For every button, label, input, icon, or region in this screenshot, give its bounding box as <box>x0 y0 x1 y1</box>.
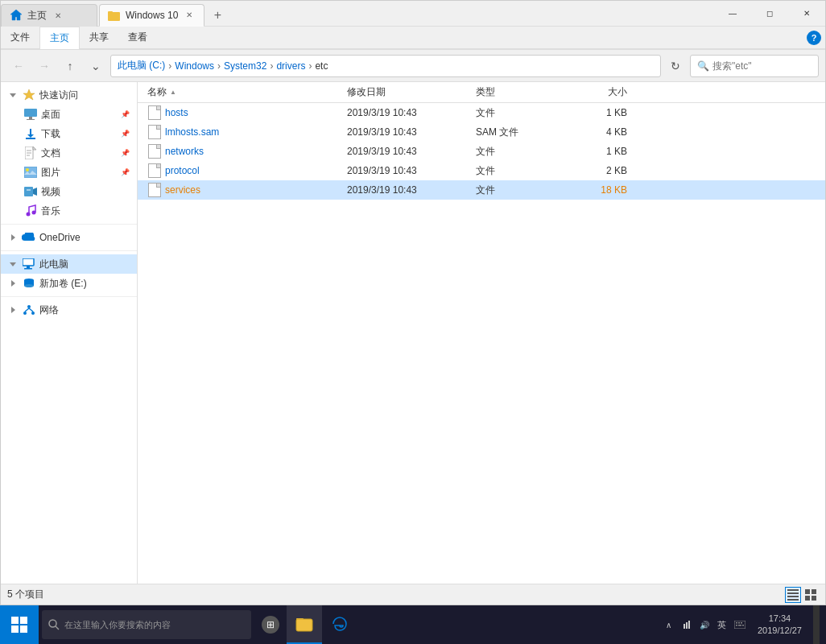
pictures-icon <box>23 165 38 180</box>
expand-quick-access-icon <box>7 89 19 101</box>
svg-rect-12 <box>24 167 37 178</box>
status-bar: 5 个项目 <box>1 584 825 605</box>
up-button[interactable]: ↑ <box>59 55 81 77</box>
taskbar-search-box[interactable]: 在这里输入你要搜索的内容 <box>42 610 251 639</box>
svg-point-27 <box>31 312 35 315</box>
start-button[interactable] <box>0 605 39 644</box>
sidebar-divider-3 <box>1 296 137 297</box>
file-name-cell: services <box>165 184 347 196</box>
tab-home-close[interactable]: ✕ <box>52 9 64 22</box>
file-icon <box>147 163 162 178</box>
forward-button[interactable]: → <box>33 55 56 77</box>
sidebar-item-onedrive[interactable]: OneDrive <box>1 228 137 247</box>
address-bar-area: ← → ↑ ⌄ 此电脑 (C:) › Windows › System32 › … <box>1 50 825 82</box>
sidebar-item-network[interactable]: 网络 <box>1 300 137 320</box>
system-clock[interactable]: 17:34 2019/12/27 <box>751 613 808 638</box>
back-button[interactable]: ← <box>7 55 30 77</box>
svg-rect-40 <box>11 625 19 633</box>
svg-rect-54 <box>736 625 737 626</box>
crumb-system32[interactable]: System32 <box>224 60 266 72</box>
table-row[interactable]: networks 2019/3/19 10:43 文件 1 KB <box>138 142 825 161</box>
view-details-button[interactable] <box>785 587 801 603</box>
sidebar-item-this-pc[interactable]: 此电脑 <box>1 254 137 274</box>
taskbar-app-edge[interactable] <box>322 605 357 644</box>
view-tiles-button[interactable] <box>803 587 819 603</box>
task-view-button[interactable]: ⊞ <box>254 605 287 644</box>
crumb-windows[interactable]: Windows <box>175 60 214 72</box>
tab-windows10[interactable]: Windows 10 ✕ <box>99 4 204 27</box>
col-size-header[interactable]: 大小 <box>572 85 637 99</box>
address-input[interactable]: 此电脑 (C:) › Windows › System32 › drivers … <box>110 55 661 77</box>
svg-rect-20 <box>27 266 30 268</box>
ribbon-tab-file[interactable]: 文件 <box>1 27 39 49</box>
sidebar-item-desktop[interactable]: 桌面 📌 <box>1 105 137 124</box>
col-date-header[interactable]: 修改日期 <box>347 85 476 99</box>
file-icon <box>147 125 162 139</box>
col-type-header[interactable]: 类型 <box>476 85 572 99</box>
explorer-taskbar-icon <box>295 614 314 634</box>
onedrive-label: OneDrive <box>39 232 81 243</box>
crumb-drivers[interactable]: drivers <box>276 60 305 72</box>
window-controls: — ◻ ✕ <box>714 1 825 27</box>
sidebar-item-pictures[interactable]: 图片 📌 <box>1 163 137 182</box>
file-name-cell: networks <box>165 146 347 157</box>
refresh-button[interactable]: ↻ <box>664 55 687 77</box>
videos-label: 视频 <box>41 185 60 199</box>
sidebar-item-drive-e[interactable]: 新加卷 (E:) <box>1 274 137 293</box>
sidebar-item-quick-access[interactable]: 快速访问 <box>1 85 137 105</box>
tray-volume-icon[interactable]: 🔊 <box>698 618 711 631</box>
file-size-cell: 1 KB <box>572 107 637 118</box>
videos-icon <box>23 184 38 199</box>
file-date-cell: 2019/3/19 10:43 <box>347 184 476 196</box>
taskbar-app-explorer[interactable] <box>287 605 322 644</box>
pin-pictures-icon: 📌 <box>119 167 130 178</box>
drive-e-icon <box>22 276 36 291</box>
tab-windows10-close[interactable]: ✕ <box>183 9 196 22</box>
col-name-header[interactable]: 名称 ▲ <box>138 85 347 99</box>
sidebar-divider-2 <box>1 250 137 251</box>
network-label: 网络 <box>39 303 59 317</box>
sidebar-item-downloads[interactable]: 下载 📌 <box>1 124 137 143</box>
titlebar: 主页 ✕ Windows 10 ✕ + — ◻ ✕ <box>1 1 825 27</box>
sidebar-item-music[interactable]: 音乐 <box>1 201 137 221</box>
pin-documents-icon: 📌 <box>119 147 130 159</box>
svg-rect-19 <box>23 258 34 266</box>
taskbar: 在这里输入你要搜索的内容 ⊞ ∧ 🔊 英 17:34 <box>0 605 826 644</box>
sidebar-item-videos[interactable]: 视频 <box>1 182 137 201</box>
file-date-cell: 2019/3/19 10:43 <box>347 146 476 157</box>
svg-marker-15 <box>33 188 37 196</box>
minimize-button[interactable]: — <box>714 1 751 27</box>
new-tab-button[interactable]: + <box>206 4 229 27</box>
svg-point-18 <box>32 211 36 215</box>
show-desktop-button[interactable] <box>813 605 820 644</box>
file-type-icon <box>148 144 161 159</box>
file-name-cell: lmhosts.sam <box>165 126 347 138</box>
table-row[interactable]: hosts 2019/3/19 10:43 文件 1 KB <box>138 103 825 122</box>
ribbon-tab-share[interactable]: 共享 <box>80 27 118 49</box>
tray-keyboard-icon[interactable] <box>733 618 746 631</box>
svg-rect-4 <box>29 117 32 119</box>
ribbon-help-button[interactable]: ? <box>803 27 825 49</box>
crumb-computer[interactable]: 此电脑 (C:) <box>118 59 165 72</box>
tray-network-icon[interactable] <box>680 618 693 631</box>
tray-up-arrow[interactable]: ∧ <box>663 618 675 631</box>
sidebar-item-documents[interactable]: 文档 📌 <box>1 143 137 163</box>
table-row[interactable]: protocol 2019/3/19 10:43 文件 2 KB <box>138 161 825 180</box>
file-name-cell: hosts <box>165 107 347 118</box>
tab-home[interactable]: 主页 ✕ <box>1 4 97 27</box>
search-box[interactable]: 🔍 <box>690 55 819 77</box>
svg-rect-39 <box>20 617 27 624</box>
ribbon-tab-home[interactable]: 主页 <box>39 27 80 49</box>
table-row[interactable]: services 2019/3/19 10:43 文件 18 KB <box>138 180 825 200</box>
table-row[interactable]: lmhosts.sam 2019/3/19 10:43 SAM 文件 4 KB <box>138 122 825 142</box>
maximize-button[interactable]: ◻ <box>751 1 788 27</box>
svg-rect-35 <box>812 589 816 594</box>
ribbon: 文件 主页 共享 查看 ? <box>1 27 825 50</box>
ribbon-tab-view[interactable]: 查看 <box>118 27 157 49</box>
file-type-icon <box>148 163 161 178</box>
close-button[interactable]: ✕ <box>788 1 825 27</box>
tray-language-icon[interactable]: 英 <box>716 618 729 631</box>
search-input[interactable] <box>712 60 812 72</box>
task-view-icon: ⊞ <box>262 616 279 634</box>
recent-button[interactable]: ⌄ <box>85 55 107 77</box>
